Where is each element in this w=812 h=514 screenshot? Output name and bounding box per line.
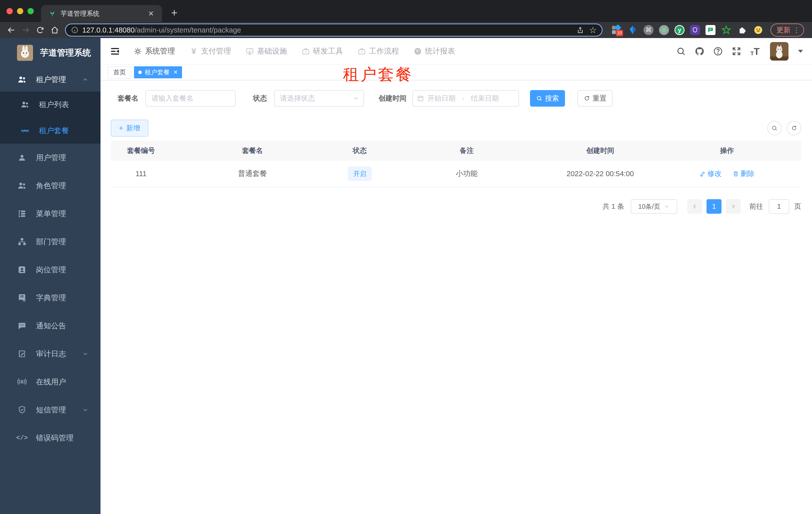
extension-icon-y[interactable]: y xyxy=(674,25,685,35)
top-nav-infra[interactable]: 基础设施 xyxy=(245,46,287,56)
extension-icon-star[interactable] xyxy=(721,25,731,35)
edit-link-label: 修改 xyxy=(707,169,722,179)
browser-tab-strip: 芋道管理系统 ✕ + xyxy=(0,0,812,22)
sidebar-item-label: 部门管理 xyxy=(36,237,66,247)
page-number-button[interactable]: 1 xyxy=(706,199,722,214)
tab-close-icon[interactable]: ✕ xyxy=(146,8,156,19)
chrome-menu-icon[interactable]: ⋮ xyxy=(793,26,800,34)
app-logo-rabbit xyxy=(17,45,33,61)
sidebar-item-tenant-package[interactable]: 租户套餐 xyxy=(0,117,100,144)
sidebar-item-post[interactable]: 岗位管理 xyxy=(0,256,100,284)
sidebar-item-dict[interactable]: 字典管理 xyxy=(0,284,100,312)
package-name-input[interactable] xyxy=(145,90,235,107)
add-button[interactable]: + 新增 xyxy=(111,119,148,137)
window-controls xyxy=(6,8,34,14)
sidebar-item-user[interactable]: 用户管理 xyxy=(0,144,100,172)
extension-icon-green-dot[interactable] xyxy=(659,25,669,35)
reload-button[interactable] xyxy=(34,24,46,36)
reset-button-label: 重置 xyxy=(592,93,607,103)
top-nav-workflow[interactable]: 工作流程 xyxy=(357,46,399,56)
extension-icon-blue-diamond[interactable]: 10 xyxy=(611,25,622,35)
tag-tenant-package[interactable]: 租户套餐 ✕ xyxy=(134,66,182,78)
font-size-icon[interactable]: TT xyxy=(750,46,760,56)
top-nav-system[interactable]: 系统管理 xyxy=(134,46,175,56)
sidebar-item-label: 租户管理 xyxy=(36,75,66,85)
extension-icon-shield[interactable] xyxy=(690,25,700,35)
github-icon[interactable] xyxy=(695,46,704,56)
page-size-label: 10条/页 xyxy=(638,202,660,211)
sidebar-item-dept[interactable]: 部门管理 xyxy=(0,228,100,256)
close-window-button[interactable] xyxy=(6,8,13,14)
profile-emoji-icon[interactable] xyxy=(753,25,763,35)
search-icon[interactable] xyxy=(676,46,686,56)
extension-icon-chat[interactable] xyxy=(705,25,716,35)
extensions-bar: 10 ⌘ y xyxy=(611,25,763,35)
fullscreen-icon[interactable] xyxy=(731,46,742,56)
top-nav-label: 系统管理 xyxy=(145,46,175,56)
user-avatar[interactable] xyxy=(770,42,788,60)
chevron-up-icon xyxy=(82,76,88,83)
minimize-window-button[interactable] xyxy=(17,8,23,14)
date-end-placeholder: 结束日期 xyxy=(471,93,499,103)
sidebar-item-tenant[interactable]: 租户管理 xyxy=(0,67,100,91)
page-size-select[interactable]: 10条/页 xyxy=(631,199,677,214)
prev-page-button[interactable] xyxy=(687,199,702,214)
maximize-window-button[interactable] xyxy=(28,8,34,14)
search-button[interactable]: 搜索 xyxy=(530,90,565,107)
plus-icon: + xyxy=(119,124,123,132)
home-button[interactable] xyxy=(49,24,60,36)
monitor-icon xyxy=(245,47,254,56)
update-label: 更新 xyxy=(777,25,790,35)
filter-status-label: 状态 xyxy=(253,93,267,103)
sidebar-item-audit[interactable]: 审计日志 xyxy=(0,340,100,368)
top-nav-pay[interactable]: ¥ 支付管理 xyxy=(190,46,231,56)
sidebar-item-role[interactable]: 角色管理 xyxy=(0,172,100,200)
reset-button[interactable]: 重置 xyxy=(578,90,612,107)
code-icon: </> xyxy=(17,433,27,443)
url-bar[interactable]: 127.0.0.1:48080/admin-ui/system/tenant/p… xyxy=(65,24,603,36)
tag-home[interactable]: 首页 xyxy=(108,66,131,78)
new-tab-button[interactable]: + xyxy=(167,5,181,20)
sidebar-item-sms[interactable]: 短信管理 xyxy=(0,396,100,424)
sidebar-item-online[interactable]: 在线用户 xyxy=(0,368,100,396)
date-range-picker[interactable]: 开始日期 - 结束日期 xyxy=(412,90,519,107)
next-page-button[interactable] xyxy=(726,199,741,214)
top-nav-report[interactable]: 统计报表 xyxy=(413,46,455,56)
tag-label: 首页 xyxy=(113,68,126,76)
avatar-caret-icon[interactable] xyxy=(798,50,803,53)
browser-tab[interactable]: 芋道管理系统 ✕ xyxy=(41,5,162,22)
tag-close-icon[interactable]: ✕ xyxy=(173,69,178,76)
sidebar-item-tenant-list[interactable]: 租户列表 xyxy=(0,91,100,117)
status-select[interactable] xyxy=(274,90,364,107)
extensions-puzzle-icon[interactable] xyxy=(737,25,748,35)
gear-icon xyxy=(134,47,142,56)
top-nav-devtools[interactable]: 研发工具 xyxy=(301,46,343,56)
dict-book-icon xyxy=(17,293,27,303)
forward-button[interactable] xyxy=(20,24,31,36)
extension-icon-command[interactable]: ⌘ xyxy=(643,25,654,35)
toggle-search-button[interactable] xyxy=(767,121,782,135)
extension-icon-kite[interactable] xyxy=(628,25,638,35)
sidebar-item-label: 短信管理 xyxy=(36,405,66,415)
sidebar-item-menu[interactable]: 菜单管理 xyxy=(0,200,100,228)
back-button[interactable] xyxy=(5,24,17,36)
site-info-icon[interactable] xyxy=(71,26,79,34)
post-badge-icon xyxy=(17,265,27,275)
goto-page-input[interactable] xyxy=(769,199,789,214)
browser-toolbar: 127.0.0.1:48080/admin-ui/system/tenant/p… xyxy=(0,22,812,38)
help-icon[interactable] xyxy=(713,46,723,56)
edit-link[interactable]: 修改 xyxy=(699,169,722,179)
bookmark-star-icon[interactable]: ☆ xyxy=(589,25,597,35)
sidebar-collapse-icon[interactable] xyxy=(110,46,120,57)
sidebar-logo-row[interactable]: 芋道管理系统 xyxy=(0,38,100,67)
sidebar-item-errcode[interactable]: </> 错误码管理 xyxy=(0,424,100,452)
delete-link[interactable]: 删除 xyxy=(732,169,754,179)
refresh-table-button[interactable] xyxy=(787,121,801,135)
audit-log-icon xyxy=(17,349,27,359)
status-select-field[interactable] xyxy=(274,94,364,102)
package-name-input-field[interactable] xyxy=(146,94,235,102)
sidebar-item-notice[interactable]: 通知公告 xyxy=(0,312,100,340)
share-icon[interactable] xyxy=(576,26,584,34)
cell-id: 111 xyxy=(111,170,171,178)
chrome-update-button[interactable]: 更新 ⋮ xyxy=(771,24,804,36)
